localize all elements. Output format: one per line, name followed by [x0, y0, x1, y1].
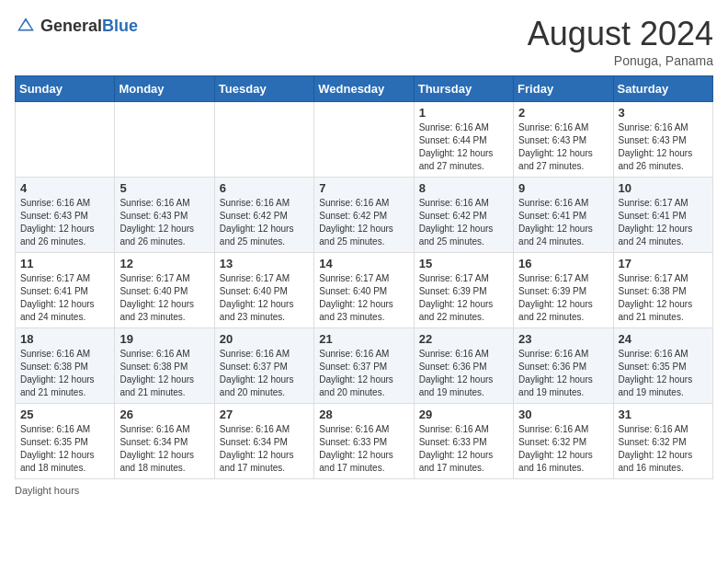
calendar-cell: [314, 102, 414, 178]
day-info: Sunrise: 6:16 AM Sunset: 6:36 PM Dayligh…: [419, 348, 508, 399]
day-number: 11: [20, 257, 109, 270]
day-number: 27: [220, 408, 309, 421]
calendar-header-thursday: Thursday: [414, 76, 513, 102]
calendar-cell: 12Sunrise: 6:17 AM Sunset: 6:40 PM Dayli…: [115, 253, 214, 328]
day-number: 25: [20, 408, 109, 421]
calendar-week-row: 18Sunrise: 6:16 AM Sunset: 6:38 PM Dayli…: [16, 328, 713, 404]
calendar-cell: 20Sunrise: 6:16 AM Sunset: 6:37 PM Dayli…: [214, 328, 313, 404]
calendar-cell: 1Sunrise: 6:16 AM Sunset: 6:44 PM Daylig…: [414, 102, 513, 178]
calendar-cell: 26Sunrise: 6:16 AM Sunset: 6:34 PM Dayli…: [115, 404, 214, 479]
logo-blue-text: Blue: [102, 17, 138, 35]
day-info: Sunrise: 6:16 AM Sunset: 6:43 PM Dayligh…: [119, 197, 209, 248]
day-number: 23: [518, 332, 608, 346]
calendar-cell: 9Sunrise: 6:16 AM Sunset: 6:41 PM Daylig…: [514, 178, 613, 253]
calendar-cell: 28Sunrise: 6:16 AM Sunset: 6:33 PM Dayli…: [314, 404, 414, 479]
calendar-cell: 29Sunrise: 6:16 AM Sunset: 6:33 PM Dayli…: [414, 404, 513, 479]
calendar-cell: 3Sunrise: 6:16 AM Sunset: 6:43 PM Daylig…: [613, 102, 712, 178]
day-info: Sunrise: 6:17 AM Sunset: 6:38 PM Dayligh…: [619, 272, 708, 324]
calendar-cell: 18Sunrise: 6:16 AM Sunset: 6:38 PM Dayli…: [16, 328, 115, 404]
day-number: 8: [419, 181, 508, 195]
day-number: 24: [619, 332, 708, 346]
calendar-week-row: 4Sunrise: 6:16 AM Sunset: 6:43 PM Daylig…: [16, 178, 713, 253]
day-number: 6: [220, 181, 309, 195]
calendar-cell: [16, 102, 115, 178]
day-number: 22: [419, 332, 508, 346]
day-number: 17: [619, 257, 708, 270]
day-number: 20: [220, 332, 309, 346]
day-number: 7: [319, 181, 408, 195]
calendar-header-friday: Friday: [514, 76, 613, 102]
calendar-cell: 7Sunrise: 6:16 AM Sunset: 6:42 PM Daylig…: [314, 178, 414, 253]
calendar-week-row: 1Sunrise: 6:16 AM Sunset: 6:44 PM Daylig…: [16, 102, 713, 178]
day-number: 18: [20, 332, 109, 346]
calendar-cell: 10Sunrise: 6:17 AM Sunset: 6:41 PM Dayli…: [613, 178, 712, 253]
day-info: Sunrise: 6:16 AM Sunset: 6:35 PM Dayligh…: [619, 348, 708, 399]
day-info: Sunrise: 6:17 AM Sunset: 6:41 PM Dayligh…: [619, 197, 708, 248]
day-info: Sunrise: 6:16 AM Sunset: 6:43 PM Dayligh…: [518, 121, 608, 173]
day-info: Sunrise: 6:16 AM Sunset: 6:43 PM Dayligh…: [20, 197, 109, 248]
day-info: Sunrise: 6:17 AM Sunset: 6:40 PM Dayligh…: [319, 272, 408, 324]
day-number: 5: [119, 181, 209, 195]
day-info: Sunrise: 6:16 AM Sunset: 6:36 PM Dayligh…: [518, 348, 608, 399]
calendar-cell: 31Sunrise: 6:16 AM Sunset: 6:32 PM Dayli…: [613, 404, 712, 479]
day-info: Sunrise: 6:16 AM Sunset: 6:43 PM Dayligh…: [619, 121, 708, 173]
calendar-cell: 13Sunrise: 6:17 AM Sunset: 6:40 PM Dayli…: [214, 253, 313, 328]
day-number: 29: [419, 408, 508, 421]
day-number: 13: [220, 257, 309, 270]
footer-note: Daylight hours: [15, 485, 713, 496]
calendar-cell: 27Sunrise: 6:16 AM Sunset: 6:34 PM Dayli…: [214, 404, 313, 479]
day-number: 31: [619, 408, 708, 421]
day-number: 2: [518, 106, 608, 120]
title-area: August 2024 Ponuga, Panama: [528, 15, 713, 68]
day-number: 15: [419, 257, 508, 270]
calendar-cell: 24Sunrise: 6:16 AM Sunset: 6:35 PM Dayli…: [613, 328, 712, 404]
calendar-cell: 8Sunrise: 6:16 AM Sunset: 6:42 PM Daylig…: [414, 178, 513, 253]
calendar-cell: 6Sunrise: 6:16 AM Sunset: 6:42 PM Daylig…: [214, 178, 313, 253]
calendar-cell: [115, 102, 214, 178]
day-number: 12: [119, 257, 209, 270]
day-info: Sunrise: 6:16 AM Sunset: 6:35 PM Dayligh…: [20, 423, 109, 475]
day-info: Sunrise: 6:16 AM Sunset: 6:44 PM Dayligh…: [419, 121, 508, 173]
day-info: Sunrise: 6:16 AM Sunset: 6:42 PM Dayligh…: [220, 197, 309, 248]
calendar-cell: 14Sunrise: 6:17 AM Sunset: 6:40 PM Dayli…: [314, 253, 414, 328]
day-info: Sunrise: 6:16 AM Sunset: 6:42 PM Dayligh…: [319, 197, 408, 248]
calendar-cell: 22Sunrise: 6:16 AM Sunset: 6:36 PM Dayli…: [414, 328, 513, 404]
day-info: Sunrise: 6:16 AM Sunset: 6:38 PM Dayligh…: [119, 348, 209, 399]
calendar-cell: 21Sunrise: 6:16 AM Sunset: 6:37 PM Dayli…: [314, 328, 414, 404]
day-info: Sunrise: 6:16 AM Sunset: 6:34 PM Dayligh…: [119, 423, 209, 475]
calendar-cell: 30Sunrise: 6:16 AM Sunset: 6:32 PM Dayli…: [514, 404, 613, 479]
calendar-week-row: 11Sunrise: 6:17 AM Sunset: 6:41 PM Dayli…: [16, 253, 713, 328]
calendar-header-tuesday: Tuesday: [214, 76, 313, 102]
day-info: Sunrise: 6:17 AM Sunset: 6:40 PM Dayligh…: [119, 272, 209, 324]
calendar-cell: 25Sunrise: 6:16 AM Sunset: 6:35 PM Dayli…: [16, 404, 115, 479]
day-info: Sunrise: 6:16 AM Sunset: 6:32 PM Dayligh…: [619, 423, 708, 475]
calendar-cell: [214, 102, 313, 178]
calendar-cell: 2Sunrise: 6:16 AM Sunset: 6:43 PM Daylig…: [514, 102, 613, 178]
day-number: 26: [119, 408, 209, 421]
header: GeneralBlue August 2024 Ponuga, Panama: [15, 15, 713, 68]
calendar-header-row: SundayMondayTuesdayWednesdayThursdayFrid…: [16, 76, 713, 102]
day-info: Sunrise: 6:17 AM Sunset: 6:41 PM Dayligh…: [20, 272, 109, 324]
day-info: Sunrise: 6:16 AM Sunset: 6:41 PM Dayligh…: [518, 197, 608, 248]
calendar-header-saturday: Saturday: [613, 76, 712, 102]
day-info: Sunrise: 6:16 AM Sunset: 6:34 PM Dayligh…: [220, 423, 309, 475]
calendar-header-wednesday: Wednesday: [314, 76, 414, 102]
calendar-week-row: 25Sunrise: 6:16 AM Sunset: 6:35 PM Dayli…: [16, 404, 713, 479]
day-info: Sunrise: 6:17 AM Sunset: 6:39 PM Dayligh…: [419, 272, 508, 324]
day-number: 4: [20, 181, 109, 195]
month-year-title: August 2024: [528, 15, 713, 53]
calendar-cell: 5Sunrise: 6:16 AM Sunset: 6:43 PM Daylig…: [115, 178, 214, 253]
day-number: 9: [518, 181, 608, 195]
calendar-header-monday: Monday: [115, 76, 214, 102]
day-number: 28: [319, 408, 408, 421]
day-info: Sunrise: 6:16 AM Sunset: 6:37 PM Dayligh…: [220, 348, 309, 399]
day-number: 10: [619, 181, 708, 195]
logo-icon: [15, 15, 37, 37]
calendar-cell: 11Sunrise: 6:17 AM Sunset: 6:41 PM Dayli…: [16, 253, 115, 328]
day-number: 3: [619, 106, 708, 120]
day-info: Sunrise: 6:16 AM Sunset: 6:37 PM Dayligh…: [319, 348, 408, 399]
day-info: Sunrise: 6:16 AM Sunset: 6:33 PM Dayligh…: [419, 423, 508, 475]
calendar-cell: 17Sunrise: 6:17 AM Sunset: 6:38 PM Dayli…: [613, 253, 712, 328]
calendar-table: SundayMondayTuesdayWednesdayThursdayFrid…: [15, 75, 713, 479]
day-number: 19: [119, 332, 209, 346]
